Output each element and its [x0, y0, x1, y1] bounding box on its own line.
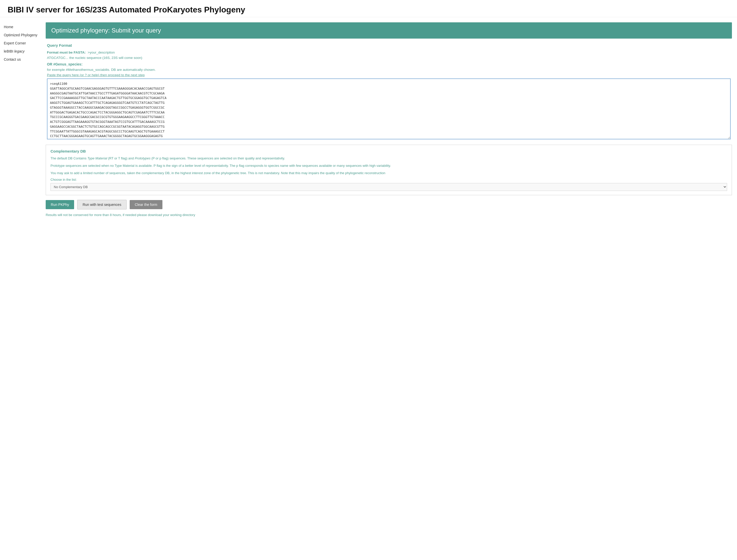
- sidebar-link-expert-corner[interactable]: Expert Corner: [4, 41, 26, 45]
- sidebar-link-optimized-phylogeny[interactable]: Optimized Phylogeny: [4, 33, 37, 37]
- section-header: Optimized phylogeny: Submit your query: [46, 22, 732, 39]
- buttons-row: Run PKPhy Run with test sequences Clear …: [46, 200, 732, 209]
- choose-list-label: Choose in the list:: [51, 178, 727, 182]
- db-desc3: You may ask to add a limited number of s…: [51, 171, 727, 176]
- sidebar: Home Optimized Phylogeny Expert Corner l…: [0, 22, 43, 560]
- complementary-db-select[interactable]: No Complementary DB: [51, 183, 727, 191]
- complementary-db-title: Complementary DB: [51, 149, 727, 153]
- fasta-example: >your_description: [88, 51, 115, 54]
- genus-example: for exemple #Methanothermus_sociabilis. …: [47, 68, 731, 72]
- sidebar-item-home[interactable]: Home: [4, 25, 39, 29]
- sidebar-link-contact-us[interactable]: Contact us: [4, 57, 21, 61]
- sidebar-item-contact-us[interactable]: Contact us: [4, 57, 39, 61]
- fasta-desc: ATGCATGC... the nucleic sequence (16S, 2…: [47, 56, 731, 60]
- or-label: OR #Genus_species:: [47, 62, 731, 66]
- complementary-db-box: Complementary DB The default DB Contains…: [46, 145, 732, 195]
- run-pkphy-button[interactable]: Run PKPhy: [46, 200, 74, 209]
- sidebar-item-lebibi-legacy[interactable]: leBIBI legacy: [4, 49, 39, 53]
- paste-label: Paste the query here (or ? or help) then…: [47, 73, 731, 77]
- sequence-textarea[interactable]: >seqA1100 GGATTAGGCATGCAAGTCGAACGAGGGAGT…: [47, 78, 731, 139]
- sidebar-nav: Home Optimized Phylogeny Expert Corner l…: [4, 25, 39, 61]
- results-note: Results will not be conserved for more t…: [46, 213, 732, 217]
- sidebar-link-lebibi-legacy[interactable]: leBIBI legacy: [4, 49, 25, 53]
- db-desc2: Prototype sequences are selected when no…: [51, 163, 727, 169]
- db-desc1: The default DB Contains Type Material (R…: [51, 156, 727, 161]
- sidebar-link-home[interactable]: Home: [4, 25, 13, 29]
- sidebar-item-optimized-phylogeny[interactable]: Optimized Phylogeny: [4, 33, 39, 37]
- fasta-label: Format must be FASTA:: [47, 51, 86, 54]
- page-title: BIBI IV server for 16S/23S Automated Pro…: [0, 0, 737, 17]
- main-content: Optimized phylogeny: Submit your query Q…: [43, 22, 737, 560]
- run-test-sequences-button[interactable]: Run with test sequences: [77, 200, 127, 209]
- query-format-box: Query Format Format must be FASTA: >your…: [46, 43, 732, 140]
- fasta-format-line: Format must be FASTA: >your_description: [47, 51, 731, 54]
- query-format-title: Query Format: [47, 43, 731, 47]
- sidebar-item-expert-corner[interactable]: Expert Corner: [4, 41, 39, 45]
- clear-form-button[interactable]: Clear the form: [130, 200, 162, 209]
